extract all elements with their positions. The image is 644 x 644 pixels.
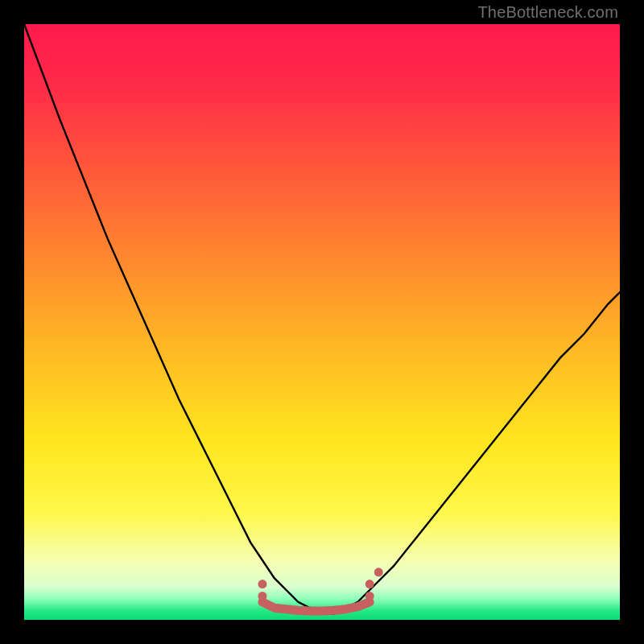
bottleneck-curve [24, 24, 620, 614]
chart-root: TheBottleneck.com [0, 0, 644, 644]
curve-layer [24, 24, 620, 620]
flat-bottom-dot [374, 568, 383, 576]
plot-area [24, 24, 620, 620]
flat-bottom-overlay [258, 568, 383, 611]
flat-bottom-dot [365, 592, 374, 601]
flat-bottom-dot [258, 580, 267, 588]
flat-bottom-dot [365, 580, 374, 588]
flat-bottom-stroke [262, 602, 369, 611]
watermark-text: TheBottleneck.com [477, 3, 618, 22]
flat-bottom-dot [258, 592, 267, 601]
